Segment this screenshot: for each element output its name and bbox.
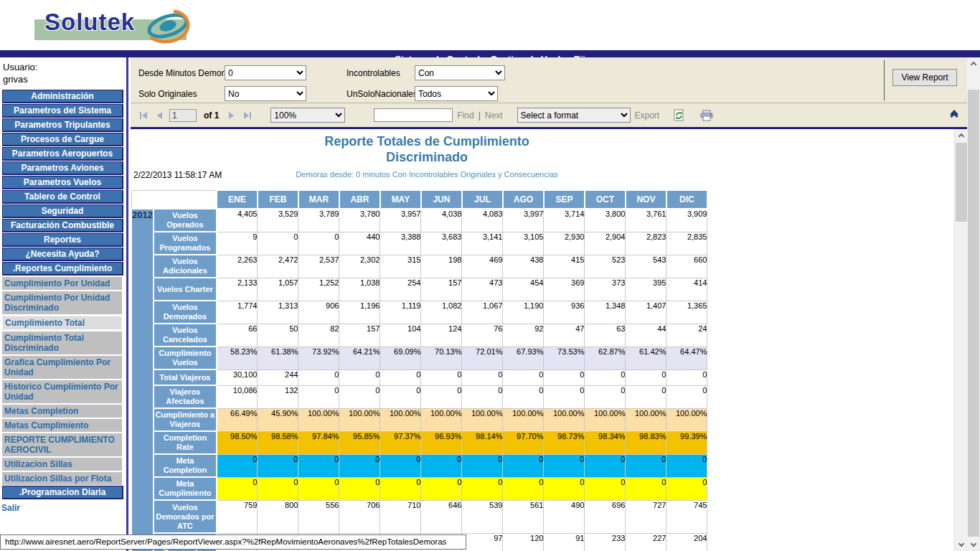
cell: 76	[462, 324, 503, 347]
page-scrollbar-thumb[interactable]	[968, 90, 979, 537]
collapse-toolbar-icon[interactable]	[951, 111, 960, 119]
cell: 24	[666, 324, 707, 347]
cell: 2,133	[217, 278, 258, 301]
sidebar-link-cumplimiento-por-unidad-discriminado[interactable]: Cumplimiento Por Unidad Discriminado	[2, 291, 122, 314]
last-page-icon[interactable]	[242, 110, 253, 121]
filter-select-incontrolables[interactable]: Con	[415, 65, 505, 80]
table-row: Meta Cumplimiento000000000000	[131, 477, 707, 500]
cell: 0	[666, 369, 707, 385]
sidebar-button-parametros-vuelos[interactable]: Parametros Vuelos	[2, 176, 123, 189]
cell: 490	[544, 500, 585, 533]
report-scrollbar-thumb[interactable]	[956, 143, 967, 222]
cell: 0	[258, 454, 298, 477]
month-header-sep: SEP	[544, 190, 585, 209]
cell: 523	[585, 255, 626, 278]
cell: 30,100	[217, 369, 258, 385]
sidebar-button-parametros-aviones[interactable]: Parametros Aviones	[2, 161, 123, 175]
cell: 543	[626, 255, 666, 278]
find-input[interactable]	[374, 108, 453, 122]
export-link[interactable]: Export	[635, 110, 660, 121]
cell: 415	[544, 255, 585, 278]
cell: 1,774	[217, 301, 258, 324]
sidebar-button-administraci-n[interactable]: Administración	[2, 90, 123, 103]
sidebar-button-parametros-aeropuertos[interactable]: Parametros Aeropuertos	[2, 147, 123, 161]
report-table: ENEFEBMARABRMAYJUNJULAGOSEPOCTNOVDIC 201…	[131, 189, 708, 551]
find-link[interactable]: Find	[457, 110, 473, 121]
first-page-icon[interactable]	[138, 110, 149, 121]
month-header-ago: AGO	[503, 190, 544, 209]
month-header-jun: JUN	[421, 190, 462, 209]
cell: 0	[544, 385, 585, 408]
cell: 97	[462, 533, 503, 551]
cell: 0	[462, 385, 503, 408]
next-page-icon[interactable]	[226, 110, 237, 121]
table-row: Vuelos Demorados por ATC7598005567067106…	[131, 500, 707, 533]
status-url-tooltip: http://www.airesnet.aero/ReportServer/Pa…	[0, 534, 466, 550]
page-scroll-down-icon[interactable]	[967, 539, 980, 551]
sidebar-button-procesos-de-cargue[interactable]: Procesos de Cargue	[2, 133, 123, 146]
cell: 0	[585, 454, 626, 477]
filter-select-desde-minutos-demora[interactable]: 0	[225, 65, 306, 80]
filter-select-solo-originales[interactable]: No	[225, 86, 306, 101]
sidebar-link-cumplimiento-total-discriminado[interactable]: Cumplimiento Total Discriminado	[2, 331, 122, 354]
sidebar-link-utilizacion-sillas[interactable]: Utilizacion Sillas	[2, 458, 122, 471]
sidebar-link-metas-completion[interactable]: Metas Completion	[2, 405, 122, 418]
cell: 539	[462, 500, 503, 533]
sidebar-button-parametros-del-sistema[interactable]: Parametros del Sistema	[2, 104, 123, 118]
scroll-up-icon[interactable]	[955, 129, 968, 141]
sidebar-button-reportes-cumplimiento[interactable]: .Reportes Cumplimiento	[2, 262, 123, 276]
cell: 745	[666, 500, 707, 533]
find-next-separator: |	[479, 110, 481, 121]
sidebar-link-metas-cumplimiento[interactable]: Metas Cumplimiento	[2, 419, 122, 432]
export-format-select[interactable]: Select a format	[517, 108, 631, 123]
sidebar-button-necesita-ayuda[interactable]: ¿Necesita Ayuda?	[2, 248, 123, 261]
sidebar-link-historico-cumplimiento-por-unidad[interactable]: Historico Cumplimiento Por Unidad	[2, 380, 122, 403]
sidebar-link-cumplimiento-total[interactable]: Cumplimiento Total	[2, 316, 122, 330]
table-row: Vuelos Programados9004403,3883,6833,1413…	[131, 232, 707, 255]
cell: 3,997	[503, 209, 544, 232]
cell: 759	[217, 500, 258, 533]
sidebar-link-utilizacion-sillas-por-flota[interactable]: Utilizacion Sillas por Flota	[2, 472, 122, 485]
prev-page-icon[interactable]	[154, 110, 165, 121]
sidebar-button-parametros-tripulantes[interactable]: Parametros Tripulantes	[2, 118, 123, 132]
table-body: 2012Vuelos Operados4,4053,5293,7893,7803…	[131, 209, 707, 551]
cell: 124	[421, 324, 462, 347]
cell: 64.21%	[339, 347, 380, 369]
view-report-button[interactable]: View Report	[892, 69, 957, 86]
cell: 100.00%	[421, 408, 462, 431]
sidebar-link-cumplimiento-por-unidad[interactable]: Cumplimiento Por Unidad	[2, 277, 122, 290]
cell: 100.00%	[585, 408, 626, 431]
sidebar-button-tablero-de-control[interactable]: Tablero de Control	[2, 190, 123, 204]
cell: 3,789	[298, 209, 339, 232]
sidebar-link-salir[interactable]: Salir	[0, 500, 126, 516]
next-link[interactable]: Next	[485, 110, 503, 121]
sidebar-button-programacion-diaria[interactable]: .Programacion Diaria	[2, 486, 123, 499]
refresh-icon[interactable]	[672, 108, 687, 123]
sidebar-button-facturaci-n-combustible[interactable]: Facturación Combustible	[2, 219, 123, 232]
page-number-input[interactable]	[169, 109, 197, 122]
page-scroll-up-icon[interactable]	[967, 57, 980, 70]
cell: 64.47%	[666, 347, 707, 369]
sidebar-link-grafica-cumplimiento-por-unidad[interactable]: Grafica Cumplimiento Por Unidad	[2, 356, 122, 379]
scroll-down-icon[interactable]	[955, 539, 968, 551]
cell: 646	[421, 500, 462, 533]
sidebar-buttons: AdministraciónParametros del SistemaPara…	[0, 90, 126, 276]
cell: 315	[380, 255, 421, 278]
filter-separator	[884, 60, 885, 100]
page-scrollbar[interactable]	[967, 57, 980, 551]
cell: 0	[380, 477, 421, 500]
report-scrollbar[interactable]	[954, 129, 967, 551]
cell: 67.93%	[503, 347, 544, 369]
cell: 2,930	[544, 232, 585, 255]
sidebar-button-reportes[interactable]: Reportes	[2, 233, 123, 247]
sidebar-link-reporte-cumplimiento-aerocivil[interactable]: REPORTE CUMPLIMIENTO AEROCIVIL	[2, 433, 122, 456]
cell: 0	[421, 477, 462, 500]
table-row: 2012Vuelos Operados4,4053,5293,7893,7803…	[131, 209, 707, 232]
cell: 1,196	[339, 301, 380, 324]
sidebar-button-seguridad[interactable]: Seguridad	[2, 204, 123, 218]
cell: 254	[380, 278, 421, 301]
zoom-select[interactable]: 100%	[270, 108, 345, 123]
filter-select-unsolonacionales[interactable]: Todos	[415, 86, 498, 101]
print-icon[interactable]	[699, 108, 714, 123]
cell: 0	[666, 454, 707, 477]
